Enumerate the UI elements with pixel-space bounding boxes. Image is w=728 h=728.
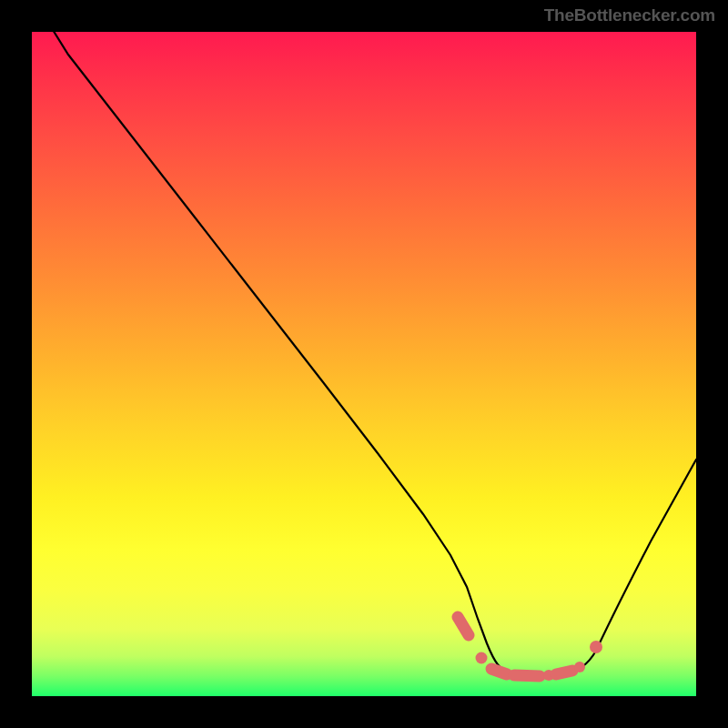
svg-point-2: [574, 662, 585, 672]
bottleneck-curve: [32, 32, 696, 696]
watermark-text: TheBottlenecker.com: [544, 5, 715, 25]
plot-area: [32, 32, 696, 696]
svg-point-3: [590, 641, 602, 653]
svg-point-0: [476, 652, 488, 664]
flat-region-markers: [458, 617, 602, 681]
curve-path: [46, 32, 696, 676]
